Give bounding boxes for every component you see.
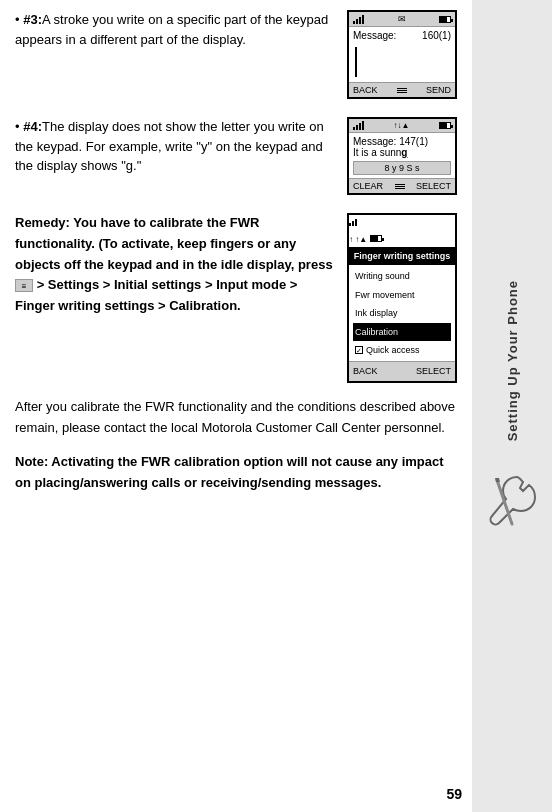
menu-item-5-label: Quick access xyxy=(366,343,420,357)
screen1-header: ✉ xyxy=(349,12,455,27)
signal-icon xyxy=(353,15,364,24)
menu-item-4: Calibration xyxy=(353,323,451,341)
screen1-message-label: Message: xyxy=(353,30,396,41)
screen1-message-count: 160(1) xyxy=(422,30,451,41)
screen2-body-text: It is a sunng xyxy=(353,147,407,158)
screen2-clear-btn: CLEAR xyxy=(353,181,383,191)
cursor-line xyxy=(355,47,357,77)
bullet1-label: • #3: xyxy=(15,12,42,27)
candidates-text: 8 y 9 S s xyxy=(384,163,419,173)
screen2-message-count: 147(1) xyxy=(399,136,428,147)
screen3-footer: BACK SELECT xyxy=(349,361,455,380)
screen3-center-icons: ↑ ↑▲ xyxy=(349,235,367,244)
menu-lines-icon xyxy=(397,88,407,93)
bullet1-content: A stroke you write on a specific part of… xyxy=(15,12,328,47)
signal-icon-3 xyxy=(349,219,357,226)
bullet2-label: • #4: xyxy=(15,119,42,134)
screen2-header: ↑↓▲ xyxy=(349,119,455,133)
remedy-text: Remedy: You have to calibrate the FWR fu… xyxy=(15,213,337,317)
battery-icon-2 xyxy=(439,122,451,129)
screen1-body: Message: 160(1) xyxy=(349,27,455,82)
screen2-footer: CLEAR SELECT xyxy=(349,178,455,193)
screen1-signal xyxy=(353,15,364,24)
note-section: Note: Activating the FWR calibration opt… xyxy=(15,452,457,494)
screen1-footer: BACK SEND xyxy=(349,82,455,97)
menu-items-list: Writing sound Fwr movement Ink display C… xyxy=(349,265,455,361)
candidates-row: 8 y 9 S s xyxy=(353,161,451,175)
phone-screen-2: ↑↓▲ Message: 147(1) It is a sunng 8 y 9 … xyxy=(347,117,457,195)
screen1-send-btn: SEND xyxy=(426,85,451,95)
menu-item-2: Fwr movement xyxy=(353,286,451,304)
main-content: • #3:A stroke you write on a specific pa… xyxy=(0,0,472,534)
bullet1-text: • #3:A stroke you write on a specific pa… xyxy=(15,10,337,49)
page-container: Setting Up Your Phone • #3:A stroke you … xyxy=(0,0,552,812)
menu-title: Finger writing settings xyxy=(349,247,455,265)
menu-lines-icon-2 xyxy=(395,184,405,189)
screen2-body: Message: 147(1) It is a sunng 8 y 9 S s xyxy=(349,133,455,178)
screen1-back-btn: BACK xyxy=(353,85,378,95)
remedy-path: > Settings > Initial settings > Input mo… xyxy=(15,277,297,313)
right-sidebar: Setting Up Your Phone xyxy=(472,0,552,812)
phone-screen-1: ✉ Message: 160(1) BACK xyxy=(347,10,457,99)
screen3-select-btn: SELECT xyxy=(416,364,451,378)
tools-icon xyxy=(487,472,537,532)
screen2-signal xyxy=(353,121,364,130)
envelope-icon: ✉ xyxy=(398,14,406,24)
battery-icon xyxy=(439,16,451,23)
remedy-section: Remedy: You have to calibrate the FWR fu… xyxy=(15,213,457,383)
screen3-back-btn: BACK xyxy=(353,364,378,378)
menu-item-1: Writing sound xyxy=(353,267,451,285)
svg-marker-1 xyxy=(495,478,500,482)
sidebar-title: Setting Up Your Phone xyxy=(505,280,520,441)
after-note-text: After you calibrate the FWR functionalit… xyxy=(15,399,455,435)
screen3-header: ↑ ↑▲ xyxy=(349,215,455,247)
screen2-select-btn: SELECT xyxy=(416,181,451,191)
screen1-message-row: Message: 160(1) xyxy=(353,30,451,41)
bullet2-text: • #4:The display does not show the lette… xyxy=(15,117,337,176)
screen2-icons-mid: ↑↓▲ xyxy=(394,121,410,130)
menu-item-5: ✓ Quick access xyxy=(353,341,451,359)
after-note: After you calibrate the FWR functionalit… xyxy=(15,397,457,439)
page-number: 59 xyxy=(446,786,462,802)
menu-button-icon: ≡ xyxy=(15,279,33,292)
screen3-signal xyxy=(349,215,455,231)
menu-item-3: Ink display xyxy=(353,304,451,322)
phone-screen-3: ↑ ↑▲ Finger writing settings Writing sou… xyxy=(347,213,457,383)
remedy-prefix: Remedy: You have to calibrate the FWR fu… xyxy=(15,215,333,272)
bullet1-section: • #3:A stroke you write on a specific pa… xyxy=(15,10,457,99)
bullet2-section: • #4:The display does not show the lette… xyxy=(15,117,457,195)
checkbox-icon: ✓ xyxy=(355,346,363,354)
battery-icon-3 xyxy=(370,235,382,242)
note-text: Activating the FWR calibration option wi… xyxy=(15,454,444,490)
screen2-message-row: Message: 147(1) xyxy=(353,136,451,147)
screen2-text: It is a sunng xyxy=(353,147,451,158)
signal-icon-2 xyxy=(353,121,364,130)
cursor-container xyxy=(353,43,451,79)
bullet2-content: The display does not show the letter you… xyxy=(15,119,324,173)
screen2-message-label: Message: xyxy=(353,136,396,147)
note-label: Note: xyxy=(15,454,48,469)
